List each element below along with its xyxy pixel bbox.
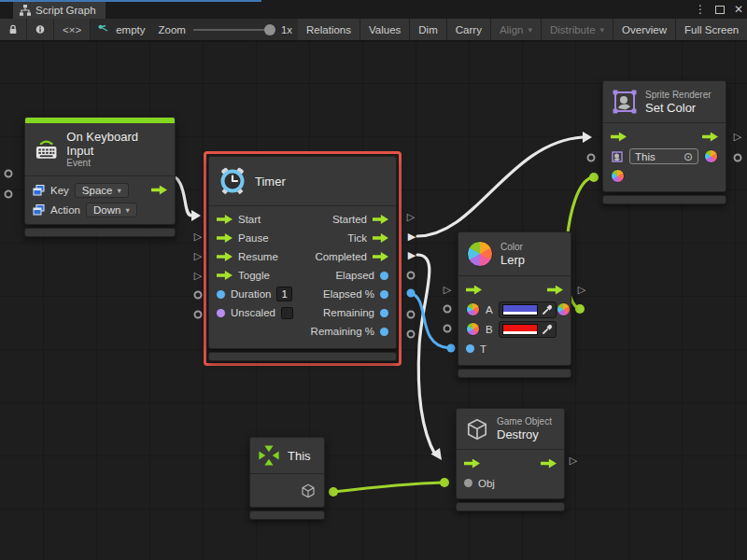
node-timer[interactable]: Timer Start Started Pause Tick	[208, 156, 397, 361]
graph-toolbar: <×> empty Zoom 1x Relations Values Dim C…	[0, 19, 747, 42]
node-category: Game Object	[497, 416, 552, 427]
exec-output-port[interactable]	[151, 186, 167, 195]
values-button[interactable]: Values	[360, 19, 410, 40]
wire-timer-elapsed-to-lerp-t[interactable]	[410, 293, 456, 353]
close-icon[interactable]: ✕	[734, 3, 743, 16]
lerp-exec-out-outer-port[interactable]: ▷	[578, 285, 585, 295]
distribute-button[interactable]: Distribute ▾	[542, 19, 613, 40]
timer-remaining-outer-port[interactable]	[407, 311, 416, 319]
resume-input-port[interactable]	[217, 252, 233, 261]
relations-button[interactable]: Relations	[298, 19, 360, 40]
zoom-slider[interactable]	[193, 29, 274, 31]
lock-button[interactable]	[0, 19, 27, 40]
maximize-icon[interactable]	[715, 6, 725, 14]
wire-timer-tick-to-setcolor[interactable]	[417, 132, 592, 236]
node-color-lerp[interactable]: Color Lerp A	[458, 231, 571, 378]
node-footer	[208, 352, 397, 361]
timer-unscaled-outer-port[interactable]	[194, 311, 203, 319]
remaining-output-port[interactable]	[380, 309, 388, 317]
timer-tick-outer-port[interactable]: ▶	[408, 231, 416, 242]
code-preview-button[interactable]: <×>	[54, 19, 91, 40]
color-b-swatch[interactable]	[502, 324, 538, 335]
fullscreen-button[interactable]: Full Screen	[676, 19, 747, 40]
exec-output-port[interactable]	[702, 133, 718, 142]
started-output-port[interactable]	[373, 215, 388, 224]
window-menu-icon[interactable]: ⋮	[695, 3, 706, 16]
exec-output-port[interactable]	[547, 286, 563, 295]
action-port-label: Action	[50, 204, 80, 216]
sprite-renderer-port-icon[interactable]	[611, 150, 624, 163]
color-input-port[interactable]	[611, 169, 625, 183]
obj-input-port[interactable]	[464, 479, 472, 487]
object-picker-icon[interactable]: ⊙	[684, 150, 693, 163]
duration-value-field[interactable]: 1	[276, 287, 291, 301]
timer-remaining-percent-outer-port[interactable]	[407, 330, 416, 339]
exec-input-port[interactable]	[464, 459, 480, 469]
result-output-port[interactable]	[557, 302, 571, 316]
eyedropper-icon[interactable]	[542, 324, 553, 335]
timer-completed-outer-port[interactable]: ▶	[408, 250, 416, 260]
node-set-color[interactable]: Sprite Renderer Set Color	[602, 80, 726, 204]
exec-input-port[interactable]	[611, 133, 627, 142]
toggle-input-port[interactable]	[217, 271, 233, 280]
start-input-port[interactable]	[217, 215, 233, 224]
node-this[interactable]: This	[249, 437, 325, 520]
keyboard-key-outer-port[interactable]	[5, 170, 13, 178]
elapsed-percent-output-port[interactable]	[380, 290, 388, 299]
caret-down-icon: ▾	[125, 205, 129, 215]
color-output-port[interactable]	[704, 149, 718, 163]
info-button[interactable]	[27, 19, 54, 40]
timer-resume-outer-port[interactable]: ▷	[194, 251, 202, 261]
tab-script-graph[interactable]: Script Graph	[13, 2, 106, 19]
timer-elapsed-percent-outer-port[interactable]	[407, 289, 416, 298]
unscaled-checkbox[interactable]	[281, 307, 293, 319]
graph-canvas[interactable]: On Keyboard Input Event Key	[0, 42, 747, 560]
align-button[interactable]: Align ▾	[491, 19, 542, 40]
color-b-field[interactable]	[499, 321, 557, 338]
game-object-output-port[interactable]	[300, 483, 317, 499]
this-icon	[258, 444, 280, 467]
dim-button[interactable]: Dim	[410, 19, 446, 40]
target-object-field[interactable]: This ⊙	[629, 148, 698, 164]
unscaled-input-port[interactable]	[217, 309, 225, 317]
setcolor-color-out-outer-port[interactable]	[734, 154, 742, 162]
zoom-slider-handle[interactable]	[264, 24, 275, 35]
timer-duration-outer-port[interactable]	[194, 291, 203, 300]
overview-button[interactable]: Overview	[613, 19, 676, 40]
keyboard-icon	[34, 138, 59, 161]
setcolor-exec-out-outer-port[interactable]: ▷	[734, 132, 741, 142]
key-dropdown[interactable]: Space ▾	[75, 183, 129, 198]
completed-output-port[interactable]	[373, 252, 388, 261]
eyedropper-icon[interactable]	[542, 304, 553, 315]
action-dropdown[interactable]: Down ▾	[86, 203, 137, 217]
node-title: Lerp	[500, 253, 525, 267]
pause-input-port[interactable]	[217, 233, 233, 243]
carry-button[interactable]: Carry	[447, 19, 491, 40]
color-port-icon[interactable]	[466, 322, 480, 336]
wire-this-to-destroy-obj[interactable]	[329, 478, 449, 497]
color-port-icon[interactable]	[466, 302, 480, 316]
timer-elapsed-outer-port[interactable]	[407, 272, 416, 280]
duration-input-port[interactable]	[217, 290, 225, 299]
lerp-a-outer-port[interactable]	[444, 305, 452, 314]
node-on-keyboard-input[interactable]: On Keyboard Input Event Key	[24, 117, 176, 237]
caret-down-icon: ▾	[528, 25, 532, 35]
keyboard-action-outer-port[interactable]	[5, 190, 13, 199]
lerp-b-outer-port[interactable]	[444, 325, 452, 333]
exec-output-port[interactable]	[541, 459, 557, 469]
node-destroy[interactable]: Game Object Destroy Obj	[456, 408, 565, 511]
timer-started-outer-port[interactable]: ▷	[407, 212, 415, 222]
color-a-swatch[interactable]	[502, 304, 538, 315]
timer-pause-outer-port[interactable]: ▷	[194, 231, 202, 242]
elapsed-output-port[interactable]	[380, 272, 388, 280]
lerp-exec-outer-port[interactable]: ▷	[444, 285, 451, 295]
t-input-port[interactable]	[466, 344, 474, 353]
timer-toggle-outer-port[interactable]: ▷	[194, 271, 202, 281]
tick-output-port[interactable]	[373, 233, 388, 243]
exec-input-port[interactable]	[466, 286, 482, 295]
color-a-field[interactable]	[499, 301, 557, 318]
destroy-exec-out-outer-port[interactable]: ▷	[570, 455, 577, 466]
wire-timer-completed-to-destroy[interactable]	[417, 255, 442, 460]
remaining-percent-output-port[interactable]	[380, 328, 388, 336]
setcolor-target-outer-port[interactable]	[587, 154, 596, 162]
